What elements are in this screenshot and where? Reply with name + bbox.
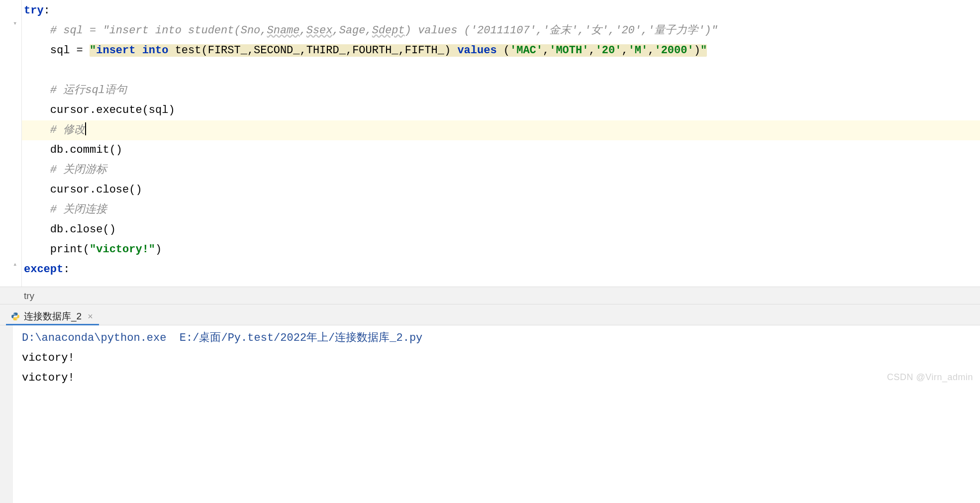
code-line[interactable]: except: <box>22 260 980 280</box>
statement: cursor.execute(sql) <box>50 104 175 116</box>
code-line[interactable]: db.commit() <box>22 140 980 160</box>
code-line[interactable]: cursor.execute(sql) <box>22 101 980 120</box>
svg-point-0 <box>13 313 14 314</box>
comment: # sql = "insert into student(Sno, <box>50 24 267 37</box>
console-output[interactable]: D:\anaconda\python.exe E:/桌面/Py.test/202… <box>22 328 980 388</box>
var-assign: sql = <box>50 44 90 57</box>
keyword-except: except <box>24 263 63 276</box>
breadcrumb[interactable]: try <box>0 287 980 304</box>
run-tab-label: 连接数据库_2 <box>24 310 82 323</box>
svg-point-1 <box>16 319 17 319</box>
run-console[interactable]: D:\anaconda\python.exe E:/桌面/Py.test/202… <box>0 325 980 503</box>
colon: : <box>44 4 50 17</box>
text-cursor <box>85 122 86 135</box>
code-line[interactable]: cursor.close() <box>22 180 980 200</box>
code-area[interactable]: try: # sql = "insert into student(Sno,Sn… <box>22 0 980 280</box>
keyword-try: try <box>24 4 44 17</box>
code-line[interactable]: sql = "insert into test(FIRST_,SECOND_,T… <box>22 41 980 61</box>
console-gutter <box>0 325 13 503</box>
code-line[interactable]: db.close() <box>22 220 980 240</box>
code-line[interactable]: try: <box>22 1 980 21</box>
console-line-stdout: victory! <box>22 368 980 388</box>
code-line-active[interactable]: # 修改 <box>22 120 980 140</box>
code-line[interactable]: # 关闭游标 <box>22 160 980 180</box>
code-line[interactable]: # 关闭连接 <box>22 200 980 220</box>
code-line[interactable]: print("victory!") <box>22 240 980 260</box>
sql-keyword: insert into <box>96 44 175 57</box>
fold-close-icon[interactable]: ▴ <box>13 261 20 268</box>
run-tab-bar: 连接数据库_2 × <box>0 304 980 325</box>
console-line-command: D:\anaconda\python.exe E:/桌面/Py.test/202… <box>22 328 980 348</box>
fold-open-icon[interactable]: ▾ <box>13 20 20 27</box>
console-line-stdout: victory! <box>22 348 980 368</box>
run-tab-active[interactable]: 连接数据库_2 × <box>6 307 99 325</box>
breadcrumb-item[interactable]: try <box>24 291 34 301</box>
python-icon <box>11 312 20 321</box>
code-line[interactable]: # 运行sql语句 <box>22 81 980 101</box>
editor-gutter: ▾ ▴ <box>0 0 22 287</box>
comment-underlined: Sname <box>267 24 299 37</box>
watermark: CSDN @Virn_admin <box>887 372 973 383</box>
code-line[interactable]: # sql = "insert into student(Sno,Sname,S… <box>22 21 980 41</box>
close-icon[interactable]: × <box>88 311 93 322</box>
comment: # 运行sql语句 <box>50 84 127 97</box>
comment: # 修改 <box>50 124 85 136</box>
code-editor[interactable]: ▾ ▴ try: # sql = "insert into student(Sn… <box>0 0 980 287</box>
code-line-blank[interactable] <box>22 61 980 81</box>
